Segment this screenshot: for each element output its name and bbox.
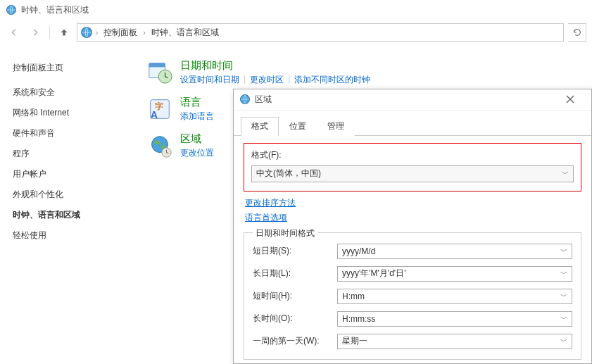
sidebar-item-hardware-sound[interactable]: 硬件和声音 bbox=[13, 127, 132, 139]
format-combobox[interactable]: 中文(简体，中国) ﹀ bbox=[251, 165, 574, 182]
row-short-date: 短日期(S): yyyy/M/d ﹀ bbox=[253, 244, 572, 259]
combo-value: yyyy'年'M'月'd'日' bbox=[342, 268, 405, 280]
breadcrumb-item[interactable]: 控制面板 bbox=[101, 25, 140, 40]
up-button[interactable] bbox=[56, 24, 73, 41]
fieldset-legend: 日期和时间格式 bbox=[253, 227, 317, 239]
combo-value: H:mm:ss bbox=[342, 314, 375, 324]
category-link[interactable]: 添加不同时区的时钟 bbox=[294, 74, 370, 86]
tab-admin[interactable]: 管理 bbox=[317, 117, 355, 136]
tab-location[interactable]: 位置 bbox=[279, 117, 317, 136]
sidebar-item-clock-lang-region[interactable]: 时钟、语言和区域 bbox=[13, 209, 132, 221]
combo-long-time[interactable]: H:mm:ss ﹀ bbox=[337, 311, 572, 327]
region-dialog: 区域 格式 位置 管理 格式(F): 中文(简体，中国) ﹀ 更改排序方法 语言… bbox=[233, 89, 592, 364]
window-titlebar: 时钟、语言和区域 bbox=[0, 0, 592, 20]
format-value: 中文(简体，中国) bbox=[256, 168, 321, 180]
globe-icon bbox=[80, 26, 93, 39]
window-title: 时钟、语言和区域 bbox=[21, 4, 89, 16]
category-datetime: 日期和时间 设置时间和日期 | 更改时区 | 添加不同时区的时钟 bbox=[146, 59, 579, 86]
combo-long-date[interactable]: yyyy'年'M'月'd'日' ﹀ bbox=[337, 266, 572, 282]
nav-separator bbox=[49, 26, 50, 39]
chevron-right-icon: › bbox=[96, 29, 98, 37]
chevron-down-icon: ﹀ bbox=[560, 314, 567, 324]
close-button[interactable] bbox=[555, 89, 586, 109]
category-title[interactable]: 区域 bbox=[180, 132, 214, 146]
combo-value: 星期一 bbox=[342, 335, 367, 347]
dialog-titlebar[interactable]: 区域 bbox=[234, 89, 591, 111]
chevron-down-icon: ﹀ bbox=[560, 337, 567, 346]
category-link[interactable]: 设置时间和日期 bbox=[180, 74, 239, 86]
label-short-date: 短日期(S): bbox=[253, 245, 330, 257]
language-preferences-link[interactable]: 语言首选项 bbox=[245, 212, 287, 224]
category-link[interactable]: 更改位置 bbox=[180, 147, 214, 159]
refresh-button[interactable] bbox=[568, 23, 586, 42]
sidebar-item-ease-of-access[interactable]: 轻松使用 bbox=[13, 230, 132, 241]
combo-first-day[interactable]: 星期一 ﹀ bbox=[337, 334, 572, 349]
row-long-date: 长日期(L): yyyy'年'M'月'd'日' ﹀ bbox=[253, 266, 572, 282]
chevron-down-icon: ﹀ bbox=[560, 246, 567, 256]
row-short-time: 短时间(H): H:mm ﹀ bbox=[253, 289, 572, 304]
category-link[interactable]: 添加语言 bbox=[180, 111, 214, 123]
chevron-right-icon: › bbox=[143, 29, 145, 37]
combo-short-date[interactable]: yyyy/M/d ﹀ bbox=[337, 244, 572, 259]
breadcrumb-item[interactable]: 时钟、语言和区域 bbox=[149, 25, 222, 40]
language-icon: 字 A bbox=[146, 96, 173, 123]
sidebar-home[interactable]: 控制面板主页 bbox=[13, 62, 132, 74]
combo-value: H:mm bbox=[342, 291, 365, 301]
address-bar[interactable]: › 控制面板 › 时钟、语言和区域 bbox=[77, 23, 564, 42]
category-title[interactable]: 日期和时间 bbox=[180, 59, 370, 73]
dialog-body: 格式(F): 中文(简体，中国) ﹀ 更改排序方法 语言首选项 日期和时间格式 … bbox=[234, 136, 591, 363]
label-long-time: 长时间(O): bbox=[253, 313, 330, 325]
chevron-down-icon: ﹀ bbox=[562, 169, 569, 179]
tab-format[interactable]: 格式 bbox=[241, 117, 279, 136]
dialog-tabs: 格式 位置 管理 bbox=[234, 111, 591, 136]
svg-rect-3 bbox=[149, 63, 165, 68]
globe-icon bbox=[239, 94, 251, 105]
forward-button[interactable] bbox=[27, 24, 44, 41]
chevron-down-icon: ﹀ bbox=[560, 291, 567, 301]
row-first-day: 一周的第一天(W): 星期一 ﹀ bbox=[253, 334, 572, 349]
datetime-format-fieldset: 日期和时间格式 短日期(S): yyyy/M/d ﹀ 长日期(L): yyyy'… bbox=[244, 232, 581, 360]
combo-short-time[interactable]: H:mm ﹀ bbox=[337, 289, 572, 304]
format-highlight-box: 格式(F): 中文(简体，中国) ﹀ bbox=[244, 143, 581, 192]
combo-value: yyyy/M/d bbox=[342, 246, 375, 256]
sidebar-item-programs[interactable]: 程序 bbox=[13, 148, 132, 160]
sidebar-item-user-accounts[interactable]: 用户帐户 bbox=[13, 168, 132, 180]
link-separator: | bbox=[288, 74, 290, 86]
svg-point-9 bbox=[153, 140, 160, 144]
svg-text:A: A bbox=[151, 109, 158, 120]
format-label: 格式(F): bbox=[251, 149, 574, 161]
back-button[interactable] bbox=[6, 24, 23, 41]
row-long-time: 长时间(O): H:mm:ss ﹀ bbox=[253, 311, 572, 327]
label-first-day: 一周的第一天(W): bbox=[253, 335, 330, 347]
chevron-down-icon: ﹀ bbox=[560, 269, 567, 279]
label-long-date: 长日期(L): bbox=[253, 268, 330, 280]
navigation-bar: › 控制面板 › 时钟、语言和区域 bbox=[0, 20, 592, 45]
dialog-title: 区域 bbox=[255, 94, 555, 106]
sidebar-item-network[interactable]: 网络和 Internet bbox=[13, 107, 132, 119]
sidebar-item-appearance[interactable]: 外观和个性化 bbox=[13, 189, 132, 201]
sidebar-item-system-security[interactable]: 系统和安全 bbox=[13, 87, 132, 99]
region-globe-icon bbox=[146, 132, 173, 159]
globe-icon bbox=[6, 4, 17, 15]
clock-calendar-icon bbox=[146, 59, 173, 86]
link-separator: | bbox=[244, 74, 246, 86]
category-link[interactable]: 更改时区 bbox=[250, 74, 284, 86]
sidebar: 控制面板主页 系统和安全 网络和 Internet 硬件和声音 程序 用户帐户 … bbox=[13, 56, 132, 353]
label-short-time: 短时间(H): bbox=[253, 290, 330, 302]
change-sort-link[interactable]: 更改排序方法 bbox=[245, 197, 296, 209]
category-title[interactable]: 语言 bbox=[180, 96, 214, 109]
